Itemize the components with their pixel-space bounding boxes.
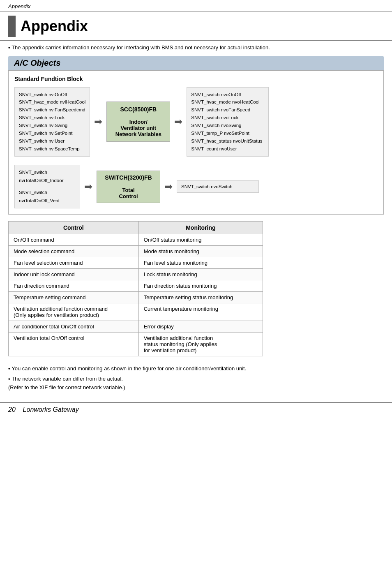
table-row: Fan level selection command Fan level st… (9, 257, 263, 269)
table-row: Indoor unit lock command Lock status mon… (9, 269, 263, 280)
table-cell-control: Mode selection command (9, 246, 139, 257)
center-block-top: SCC(8500)FB Indoor/ Ventilator unit Netw… (106, 102, 170, 142)
ac-objects-header: A/C Objects (8, 56, 384, 70)
table-row: Ventilation additional function command(… (9, 303, 263, 321)
output-item: SNVT_hvac_mode nvoHeatCool (191, 98, 264, 106)
sfb-title: Standard Fundtion Block (14, 76, 378, 82)
bullet-item-2: The network variable can differ from the… (8, 375, 384, 392)
center-block-bottom-sub1: Total (103, 187, 154, 193)
table-row: Air conditioner total On/Off control Err… (9, 321, 263, 333)
bottom-bullets: You can enable control and monitoring as… (0, 362, 392, 397)
page-header: Appendix (0, 12, 392, 41)
table-header-monitoring: Monitoring (138, 222, 263, 234)
input-item: SNVT_switch nviOnOff (19, 91, 85, 99)
table-cell-monitoring: Ventilation additional functionstatus mo… (138, 333, 263, 356)
input-item: SNVT_switch nviSetPoint (19, 129, 85, 137)
output-item: SNVT_switch nvoOnOff (191, 91, 264, 99)
block-diagram: SNVT_switch nviOnOff SNVT_hvac_mode nviH… (14, 87, 378, 209)
output-item: SNVT_temp_P nvoSetPoint (191, 129, 264, 137)
input-item-b4: SNVT_switch (19, 189, 76, 197)
table-cell-monitoring: Mode status monitoring (138, 246, 263, 257)
breadcrumb: Appendix (0, 0, 392, 12)
table-cell-control: Indoor unit lock command (9, 269, 139, 280)
input-item: SNVT_hvac_mode nviHeatCool (19, 98, 85, 106)
page-footer: 20 Lonworks Gateway (0, 402, 392, 417)
center-block-bottom: SWITCH(3200)FB Total Control (97, 171, 160, 203)
table-cell-control: Fan direction command (9, 280, 139, 292)
output-item: SNVT_switch nvoSwing (191, 122, 264, 129)
input-item: SNVT_switch nviLock (19, 114, 85, 122)
table-row: Mode selection command Mode status monit… (9, 246, 263, 257)
input-item: SNVT_switch nviSpaceTemp (19, 145, 85, 153)
center-block-sub3: Network Varlables (113, 131, 164, 137)
intro-text: The appendix carries information necessa… (0, 41, 392, 56)
table-section: Control Monitoring On/Off command On/Off… (8, 221, 384, 356)
output-block-bottom: SNVT_switch nvoSwitch (177, 180, 259, 193)
table-cell-monitoring: Error display (138, 321, 263, 333)
switch-block-title: SWITCH(3200)FB (103, 174, 154, 181)
output-block-top: SNVT_switch nvoOnOff SNVT_hvac_mode nvoH… (187, 87, 269, 157)
center-block-title: SCC(8500)FB (113, 106, 164, 113)
control-table: Control Monitoring On/Off command On/Off… (8, 221, 263, 356)
arrow-left-top: ➡ (94, 116, 102, 127)
table-cell-control: Fan level selection command (9, 257, 139, 269)
input-item: SNVT_switch nviFanSpeedcmd (19, 106, 85, 114)
table-row: On/Off command On/Off status monitoring (9, 234, 263, 246)
arrow-right-bottom: ➡ (164, 181, 173, 192)
table-row: Temperature setting command Temperature … (9, 292, 263, 303)
table-cell-monitoring: Fan level status monitoring (138, 257, 263, 269)
block-row-bottom: SNVT_switch nviTotalOnOff_Indoor SNVT_sw… (14, 165, 378, 208)
input-block-bottom: SNVT_switch nviTotalOnOff_Indoor SNVT_sw… (14, 165, 80, 208)
table-header-control: Control (9, 222, 139, 234)
output-item: SNVT_count nvoUser (191, 145, 264, 153)
arrow-left-bottom: ➡ (84, 181, 92, 192)
input-item-b2: nviTotalOnOff_Indoor (19, 177, 76, 185)
table-row: Fan direction command Fan direction stat… (9, 280, 263, 292)
arrow-right-top: ➡ (174, 116, 182, 127)
input-item-b5: nviTotalOnOff_Vent (19, 197, 76, 205)
input-block-top: SNVT_switch nviOnOff SNVT_hvac_mode nviH… (14, 87, 90, 157)
output-item: SNVT_switch nvoLock (191, 114, 264, 122)
table-row: Ventilation total On/Off control Ventila… (9, 333, 263, 356)
table-cell-monitoring: Fan direction status monitoring (138, 280, 263, 292)
center-block-sub1: Indoor/ (113, 119, 164, 125)
output-item: SNVT_switch nvoFanSpeed (191, 106, 264, 114)
spacer (19, 185, 76, 189)
table-cell-control: On/Off command (9, 234, 139, 246)
input-item-b1: SNVT_switch (19, 169, 76, 177)
output-item-bottom: SNVT_switch nvoSwitch (181, 184, 254, 189)
page-title: Appendix (21, 18, 88, 35)
table-cell-control: Ventilation total On/Off control (9, 333, 139, 356)
input-item: SNVT_switch nviSwing (19, 122, 85, 129)
block-row-top: SNVT_switch nviOnOff SNVT_hvac_mode nviH… (14, 87, 378, 157)
output-item: SNVT_hvac_status nvoUnitStatus (191, 137, 264, 145)
footer-title: Lonworks Gateway (23, 406, 79, 413)
input-item: SNVT_switch nviUser (19, 137, 85, 145)
footer-page-number: 20 (8, 406, 16, 413)
header-accent-bar (8, 16, 16, 37)
table-cell-control: Ventilation additional function command(… (9, 303, 139, 321)
bullet-item-1: You can enable control and monitoring as… (8, 365, 384, 373)
table-cell-monitoring: Temperature setting status monitoring (138, 292, 263, 303)
center-block-sub2: Ventilator unit (113, 125, 164, 131)
table-cell-monitoring: Current temperature monitoring (138, 303, 263, 321)
table-cell-control: Air conditioner total On/Off control (9, 321, 139, 333)
center-block-bottom-sub2: Control (103, 193, 154, 199)
table-cell-monitoring: On/Off status monitoring (138, 234, 263, 246)
sfb-container: Standard Fundtion Block SNVT_switch nviO… (8, 70, 384, 215)
table-cell-monitoring: Lock status monitoring (138, 269, 263, 280)
table-cell-control: Temperature setting command (9, 292, 139, 303)
